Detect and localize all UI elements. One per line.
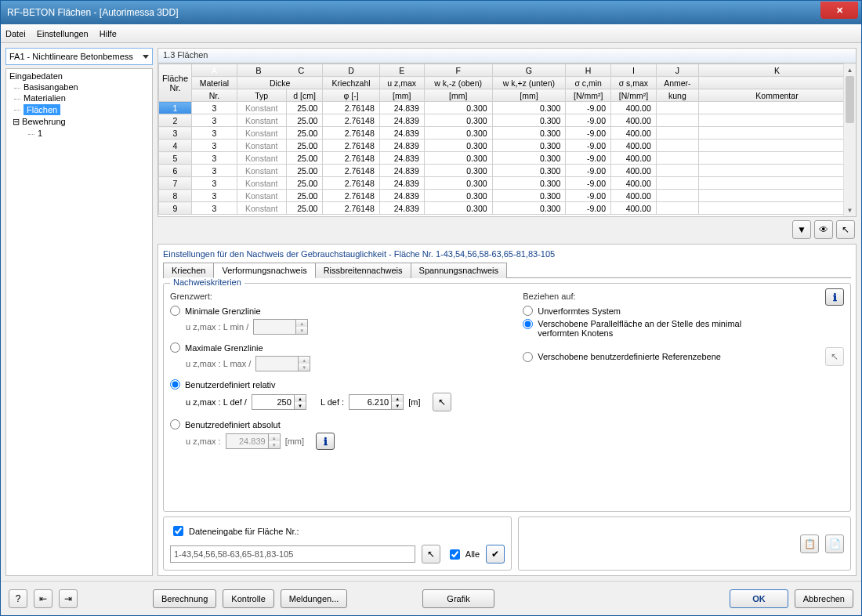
col-letter-k[interactable]: K <box>699 64 856 77</box>
lmax-spinner[interactable]: ▲▼ <box>255 356 310 371</box>
titlebar: RF-BETON Flächen - [Autorimessa 3DD] ✕ <box>1 1 861 24</box>
lmin-spinner[interactable]: ▲▼ <box>253 319 308 335</box>
radio-max-grenz[interactable]: Maximale Grenzlinie <box>170 342 507 353</box>
col-letter-d[interactable]: D <box>323 64 379 77</box>
radio-referenz[interactable]: Verschobene benutzerdefinierte Referenze… <box>523 347 844 366</box>
radio-parallel[interactable]: Verschobene Parallelfläche an der Stelle… <box>523 319 844 338</box>
uzmax-spinner[interactable]: 24.839▲▼ <box>226 433 281 449</box>
info-button-right[interactable]: ℹ <box>825 288 844 306</box>
tree-flaechen[interactable]: Flächen <box>22 103 150 116</box>
tab-spannung[interactable]: Spannungsnachweis <box>411 263 508 278</box>
close-button[interactable]: ✕ <box>820 2 858 19</box>
eye-icon[interactable]: 👁 <box>814 220 833 239</box>
berechnung-button[interactable]: Berechnung <box>153 589 216 608</box>
radio-unverformt[interactable]: Unverformtes System <box>523 306 844 316</box>
criteria-left: Grenzwert: Minimale Grenzlinie u z,max :… <box>170 288 507 458</box>
pick-surfaces-icon[interactable]: ↖ <box>422 545 440 563</box>
table-row[interactable]: 3 3 Konstant 25.00 2.76148 24.839 0.300 … <box>159 127 856 140</box>
copy-icon[interactable]: 📋 <box>800 534 819 553</box>
menu-settings[interactable]: Einstellungen <box>37 29 89 38</box>
help-icon[interactable]: ? <box>9 589 27 608</box>
beziehen-label: Beziehen auf: <box>523 292 844 301</box>
criteria-right: ℹ Beziehen auf: Unverformtes System Vers… <box>523 288 844 458</box>
table-row[interactable]: 9 3 Konstant 25.00 2.76148 24.839 0.300 … <box>159 202 856 215</box>
menu-file[interactable]: Datei <box>5 29 26 38</box>
table-row[interactable]: 2 3 Konstant 25.00 2.76148 24.839 0.300 … <box>159 114 856 127</box>
pick-icon[interactable]: ↖ <box>836 220 855 239</box>
col-flaeche-nr: FlächeNr. <box>159 64 192 102</box>
tree-bewehrung[interactable]: ⊟ Bewehrung <box>11 116 150 128</box>
pick-plane-icon[interactable]: ↖ <box>825 347 844 366</box>
tab-verformung[interactable]: Verformungsnachweis <box>213 263 315 278</box>
ldef-ratio-spinner[interactable]: 250▲▼ <box>252 394 306 410</box>
col-letter-g[interactable]: G <box>492 64 566 77</box>
ok-button[interactable]: OK <box>730 589 788 608</box>
group-title: Nachweiskriterien <box>170 277 244 287</box>
grid-toolbar: ▼ 👁 ↖ <box>158 217 857 242</box>
next-icon[interactable]: ⇥ <box>59 589 78 608</box>
user-abs-inputs: u z,max : 24.839▲▼ [mm] ℹ <box>186 433 507 450</box>
menu-help[interactable]: Hilfe <box>100 29 117 38</box>
min-grenz-input: u z,max : L min /▲▼ <box>186 319 507 335</box>
info-icon[interactable]: ℹ <box>316 433 335 450</box>
table-row[interactable]: 7 3 Konstant 25.00 2.76148 24.839 0.300 … <box>159 177 856 190</box>
nav-tree: Eingabedaten Basisangaben Materialien Fl… <box>5 68 153 576</box>
radio-min-grenz[interactable]: Minimale Grenzlinie <box>170 306 507 316</box>
criteria-group: Nachweiskriterien Grenzwert: Minimale Gr… <box>163 283 851 512</box>
col-letter-e[interactable]: E <box>379 64 424 77</box>
tree-bewehrung-1[interactable]: 1 <box>36 128 150 139</box>
section-title: 1.3 Flächen <box>158 48 857 63</box>
filter-icon[interactable]: ▼ <box>792 220 811 239</box>
content-area: FA1 - Nichtlineare Betonbemess Eingabeda… <box>1 43 861 581</box>
chevron-down-icon <box>143 55 149 59</box>
kontrolle-button[interactable]: Kontrolle <box>223 589 273 608</box>
table-row[interactable]: 8 3 Konstant 25.00 2.76148 24.839 0.300 … <box>159 190 856 202</box>
col-letter-a[interactable]: A <box>192 64 237 77</box>
dropdown-value: FA1 - Nichtlineare Betonbemess <box>9 52 133 61</box>
case-dropdown[interactable]: FA1 - Nichtlineare Betonbemess <box>5 48 153 65</box>
footer: ? ⇤ ⇥ Berechnung Kontrolle Meldungen... … <box>1 581 861 615</box>
window-title: RF-BETON Flächen - [Autorimessa 3DD] <box>7 7 179 18</box>
main-window: RF-BETON Flächen - [Autorimessa 3DD] ✕ D… <box>0 0 862 616</box>
surface-list-input[interactable]: 1-43,54,56,58-63,65-81,83-105 <box>170 545 415 563</box>
ldef-value-spinner[interactable]: 6.210▲▼ <box>349 394 404 410</box>
table-row[interactable]: 4 3 Konstant 25.00 2.76148 24.839 0.300 … <box>159 140 856 152</box>
table-row[interactable]: 5 3 Konstant 25.00 2.76148 24.839 0.300 … <box>159 152 856 165</box>
col-letter-b[interactable]: B C <box>237 64 323 77</box>
data-input-check[interactable]: Dateneingabe für Fläche Nr.: <box>170 524 505 538</box>
settings-panel: Einstellungen für den Nachweis der Gebra… <box>158 244 857 576</box>
tree-materialien[interactable]: Materialien <box>22 92 150 103</box>
col-letter-j[interactable]: J <box>656 64 698 77</box>
tab-kriechen[interactable]: Kriechen <box>163 263 214 278</box>
prev-icon[interactable]: ⇤ <box>34 589 53 608</box>
user-rel-inputs: u z,max : L def / 250▲▼ L def : 6.210▲▼ … <box>186 393 507 411</box>
col-letter-h[interactable]: H <box>566 64 611 77</box>
data-grid[interactable]: FlächeNr. A B C D E F G H I J K <box>158 63 857 217</box>
grenzwert-label: Grenzwert: <box>170 292 507 301</box>
grafik-button[interactable]: Grafik <box>422 589 494 608</box>
alle-check[interactable]: Alle <box>447 547 480 562</box>
table-row[interactable]: 6 3 Konstant 25.00 2.76148 24.839 0.300 … <box>159 165 856 177</box>
grid-scrollbar[interactable]: ▲ ▼ <box>843 63 856 216</box>
data-input-box: Dateneingabe für Fläche Nr.: 1-43,54,56,… <box>163 516 512 571</box>
col-letter-i[interactable]: I <box>611 64 657 77</box>
abbrechen-button[interactable]: Abbrechen <box>795 589 853 608</box>
clipboard-box: 📋 📄 <box>518 516 851 571</box>
left-panel: FA1 - Nichtlineare Betonbemess Eingabeda… <box>5 48 153 576</box>
max-grenz-input: u z,max : L max /▲▼ <box>186 356 507 371</box>
right-panel: 1.3 Flächen FlächeNr. A B C D E F G H I <box>158 48 857 576</box>
menubar: Datei Einstellungen Hilfe <box>1 24 861 43</box>
tree-root[interactable]: Eingabedaten <box>8 71 150 82</box>
table-row[interactable]: 1 3 Konstant 25.00 2.76148 24.839 0.300 … <box>159 102 856 114</box>
apply-check-icon[interactable]: ✔ <box>486 545 505 563</box>
radio-user-rel[interactable]: Benutzerdefiniert relativ <box>170 379 507 390</box>
tree-basisangaben[interactable]: Basisangaben <box>22 82 150 92</box>
pick-length-icon[interactable]: ↖ <box>433 393 451 411</box>
radio-user-abs[interactable]: Benutzredefiniert absolut <box>170 419 507 429</box>
lower-row: Dateneingabe für Fläche Nr.: 1-43,54,56,… <box>163 516 851 571</box>
col-letter-f[interactable]: F <box>424 64 492 77</box>
paste-icon[interactable]: 📄 <box>825 534 844 553</box>
meldungen-button[interactable]: Meldungen... <box>281 589 348 608</box>
settings-tabs: Kriechen Verformungsnachweis Rissbreiten… <box>163 262 851 278</box>
tab-rissbreiten[interactable]: Rissbreitennachweis <box>315 263 411 278</box>
